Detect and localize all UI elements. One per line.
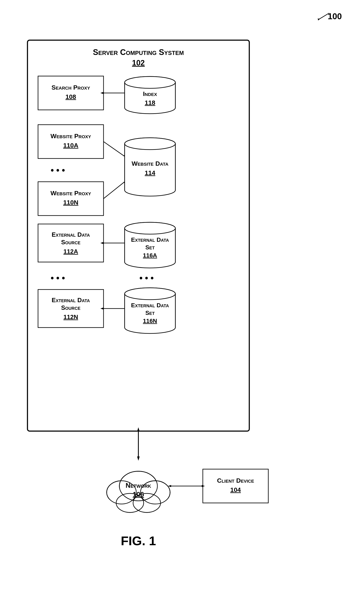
diagram-svg: Server Computing System 102 Search Proxy…: [21, 34, 342, 583]
svg-text:102: 102: [132, 59, 145, 67]
svg-rect-5: [38, 76, 104, 110]
svg-text:112A: 112A: [63, 248, 78, 255]
svg-text:FIG. 1: FIG. 1: [121, 534, 156, 548]
page: 100 Server Computing System 102 Search P…: [0, 0, 364, 616]
svg-rect-92: [203, 469, 268, 503]
svg-text:External Data: External Data: [131, 236, 169, 243]
svg-marker-77: [137, 457, 140, 461]
svg-text:Website Proxy: Website Proxy: [51, 132, 91, 140]
svg-text:Source: Source: [61, 239, 80, 246]
svg-rect-20: [38, 125, 104, 158]
svg-text:118: 118: [145, 99, 155, 106]
svg-text:Website Data: Website Data: [132, 160, 168, 167]
svg-text:Website Proxy: Website Proxy: [51, 190, 91, 197]
svg-line-29: [104, 182, 125, 199]
svg-text:Server Computing System: Server Computing System: [93, 48, 184, 57]
svg-text:External Data: External Data: [52, 297, 90, 303]
svg-text:External Data: External Data: [131, 302, 169, 309]
svg-marker-46: [100, 242, 104, 244]
svg-marker-65: [100, 307, 104, 310]
svg-text:114: 114: [145, 169, 155, 176]
svg-rect-26: [38, 182, 104, 216]
svg-line-0: [319, 13, 329, 19]
svg-line-23: [104, 142, 125, 156]
svg-text:Client Device: Client Device: [217, 477, 254, 484]
svg-text:Search Proxy: Search Proxy: [52, 84, 90, 91]
svg-rect-34: [125, 144, 175, 190]
svg-text:Network: Network: [126, 482, 151, 489]
svg-text:110N: 110N: [63, 199, 78, 206]
svg-text:•  •  •: • • •: [139, 273, 154, 283]
svg-text:116A: 116A: [143, 252, 157, 259]
svg-text:External Data: External Data: [52, 231, 90, 238]
fig-ref-arrow-svg: [316, 11, 331, 22]
svg-text:108: 108: [65, 93, 76, 100]
svg-point-17: [125, 77, 175, 88]
svg-marker-10: [100, 92, 104, 94]
svg-text:Source: Source: [61, 304, 80, 311]
svg-marker-96: [202, 485, 205, 487]
svg-text:106: 106: [133, 490, 144, 498]
svg-point-53: [125, 222, 175, 234]
svg-text:Set: Set: [145, 310, 155, 316]
svg-point-72: [125, 288, 175, 300]
svg-text:•  •  •: • • •: [51, 273, 65, 283]
svg-text:110A: 110A: [63, 142, 78, 149]
svg-text:•  •  •: • • •: [51, 165, 65, 175]
svg-text:112N: 112N: [63, 314, 78, 320]
svg-text:116N: 116N: [143, 318, 157, 324]
svg-marker-78: [137, 427, 140, 432]
svg-text:Index: Index: [143, 90, 157, 97]
svg-text:Set: Set: [145, 244, 155, 251]
svg-point-37: [125, 138, 175, 150]
svg-text:104: 104: [230, 486, 241, 493]
